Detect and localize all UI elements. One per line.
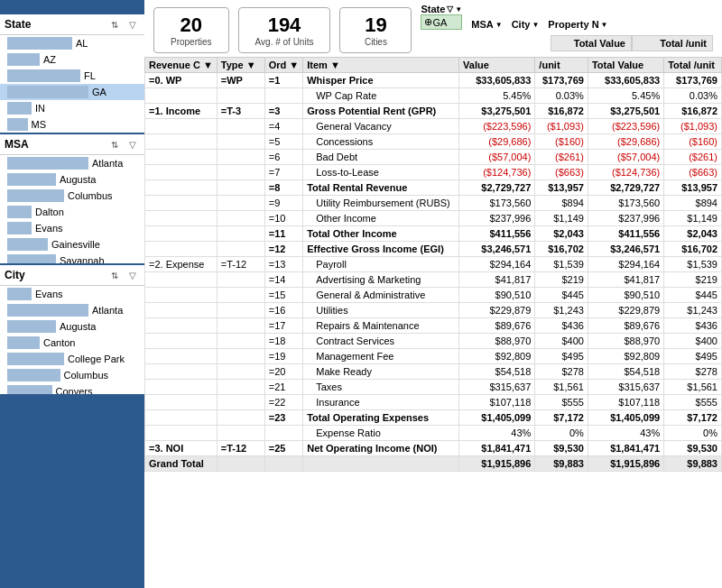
filter-item-conyers[interactable]: Conyers <box>0 383 144 394</box>
filter-list-msa: AtlantaAugustaColumbusDaltonEvansGainesv… <box>0 155 144 263</box>
filter-item-gainesville[interactable]: Gainesville <box>0 236 144 253</box>
filter-item-evans[interactable]: Evans <box>0 286 144 302</box>
revenue-c-cell: =1. Income <box>145 104 218 119</box>
right-col-header: Total /unit <box>632 35 713 51</box>
table-row: =4General Vacancy($223,596)($1,093)($223… <box>145 119 722 134</box>
filter-item-ga[interactable]: GA <box>0 84 144 100</box>
right-col-headers: Total ValueTotal /unit <box>551 35 713 51</box>
col-header-4[interactable]: Value <box>459 58 535 73</box>
total-value-cell: ($57,004) <box>588 150 663 165</box>
filter-item-ms[interactable]: MS <box>0 116 144 133</box>
item-cell: Taxes <box>303 380 459 395</box>
top-filter-triangle-icon[interactable]: ▼ <box>455 5 462 14</box>
filter-item-label: Dalton <box>35 207 64 217</box>
filter-funnel-icon[interactable]: ▽ <box>125 137 140 152</box>
table-container[interactable]: Revenue C ▼Type ▼Ord ▼Item ▼Value/unitTo… <box>144 57 722 588</box>
total-value-cell: 5.45% <box>588 88 663 104</box>
item-cell: Bad Debt <box>303 150 459 165</box>
filter-item-label: Gainesville <box>51 239 100 250</box>
filter-item-label: Canton <box>43 337 75 348</box>
col-header-0[interactable]: Revenue C ▼ <box>145 58 218 73</box>
top-filter-expand-icon[interactable]: ⊕ <box>424 16 432 28</box>
top-filter-funnel-icon[interactable]: ▽ <box>447 5 453 14</box>
filter-item-label: Augusta <box>60 174 96 185</box>
col-header-5[interactable]: /unit <box>535 58 588 73</box>
item-cell: Utilities <box>303 303 459 318</box>
filter-funnel-icon[interactable]: ▽ <box>125 268 140 282</box>
summary-number: 19 <box>356 14 394 37</box>
filter-label-city: City <box>5 269 107 281</box>
filter-item-canton[interactable]: Canton <box>0 335 144 351</box>
filter-item-columbus[interactable]: Columbus <box>0 188 144 204</box>
unit-cell: $7,172 <box>535 410 588 426</box>
filter-item-label: Columbus <box>64 370 109 381</box>
total-unit-cell: $9,530 <box>664 441 722 456</box>
filter-item-in[interactable]: IN <box>0 100 144 116</box>
total-value-cell: $54,518 <box>588 364 663 380</box>
table-row: =10Other Income$237,996$1,149$237,996$1,… <box>145 211 722 226</box>
total-unit-cell: $555 <box>664 395 722 410</box>
filter-item-atlanta[interactable]: Atlanta <box>0 302 144 318</box>
top-filter-value[interactable]: ⊕ GA <box>421 14 462 30</box>
filter-item-label: Atlanta <box>92 305 123 316</box>
total-unit-cell: 0.03% <box>664 88 722 104</box>
filter-header-state: State ⇅ ▽ <box>0 14 144 35</box>
filter-item-evans[interactable]: Evans <box>0 220 144 236</box>
unit-cell: ($663) <box>535 165 588 180</box>
unit-cell: $555 <box>535 395 588 410</box>
table-row: Grand Total$1,915,896$9,883$1,915,896$9,… <box>145 456 722 472</box>
filter-funnel-icon[interactable]: ▽ <box>125 17 140 32</box>
unit-cell: $1,149 <box>535 211 588 226</box>
unit-cell: $16,872 <box>535 104 588 119</box>
filter-item-columbus[interactable]: Columbus <box>0 367 144 383</box>
filter-header-city: City ⇅ ▽ <box>0 265 144 286</box>
col-header-7[interactable]: Total /unit <box>664 58 722 73</box>
col-header-6[interactable]: Total Value <box>588 58 663 73</box>
unit-cell: $436 <box>535 318 588 334</box>
filter-item-az[interactable]: AZ <box>0 51 144 68</box>
table-row: =23Total Operating Expenses$1,405,099$7,… <box>145 410 722 426</box>
top-filter-triangle-icon[interactable]: ▼ <box>601 21 608 29</box>
top-filter-triangle-icon[interactable]: ▼ <box>495 21 503 29</box>
revenue-c-cell <box>145 334 218 349</box>
col-header-1[interactable]: Type ▼ <box>217 58 264 73</box>
unit-cell: $2,043 <box>535 226 588 242</box>
value-cell: $411,556 <box>459 226 535 242</box>
value-cell: $33,605,833 <box>459 73 535 88</box>
table-row: =1. Income=T-3=3Gross Potential Rent (GP… <box>145 104 722 119</box>
value-cell: $315,637 <box>459 380 535 395</box>
filter-sort-icon[interactable]: ⇅ <box>107 17 122 32</box>
filter-header-msa: MSA ⇅ ▽ <box>0 134 144 155</box>
total-unit-cell: ($663) <box>664 165 722 180</box>
type-cell <box>217 165 264 180</box>
summary-card-2: 19Cities <box>339 7 412 53</box>
col-header-3[interactable]: Item ▼ <box>303 58 459 73</box>
filter-item-college-park[interactable]: College Park <box>0 351 144 367</box>
filter-sort-icon[interactable]: ⇅ <box>107 137 122 152</box>
item-cell: Gross Potential Rent (GPR) <box>303 104 459 119</box>
filter-item-label: Atlanta <box>92 158 123 169</box>
value-cell: $229,879 <box>459 303 535 318</box>
filter-item-label: MS <box>32 119 47 130</box>
total-unit-cell: $445 <box>664 288 722 303</box>
table-row: =15General & Administrative$90,510$445$9… <box>145 288 722 303</box>
filter-item-augusta[interactable]: Augusta <box>0 318 144 335</box>
filter-item-augusta[interactable]: Augusta <box>0 171 144 188</box>
value-cell: $1,841,471 <box>459 441 535 456</box>
filter-item-label: FL <box>84 70 96 81</box>
filter-item-savannah[interactable]: Savannah <box>0 253 144 263</box>
top-filter-triangle-icon[interactable]: ▼ <box>532 21 539 29</box>
total-value-cell: ($223,596) <box>588 119 663 134</box>
total-value-cell: $92,809 <box>588 349 663 364</box>
revenue-c-cell <box>145 288 218 303</box>
summary-filter-area: 20Properties194Avg. # of Units19Cities S… <box>144 0 722 57</box>
filter-item-atlanta[interactable]: Atlanta <box>0 155 144 171</box>
value-cell: $107,118 <box>459 395 535 410</box>
unit-cell: 0% <box>535 426 588 441</box>
filter-sort-icon[interactable]: ⇅ <box>107 268 122 282</box>
filter-item-fl[interactable]: FL <box>0 68 144 84</box>
filter-item-al[interactable]: AL <box>0 35 144 51</box>
col-header-2[interactable]: Ord ▼ <box>264 58 303 73</box>
filter-item-dalton[interactable]: Dalton <box>0 204 144 220</box>
summary-number: 20 <box>171 14 212 37</box>
